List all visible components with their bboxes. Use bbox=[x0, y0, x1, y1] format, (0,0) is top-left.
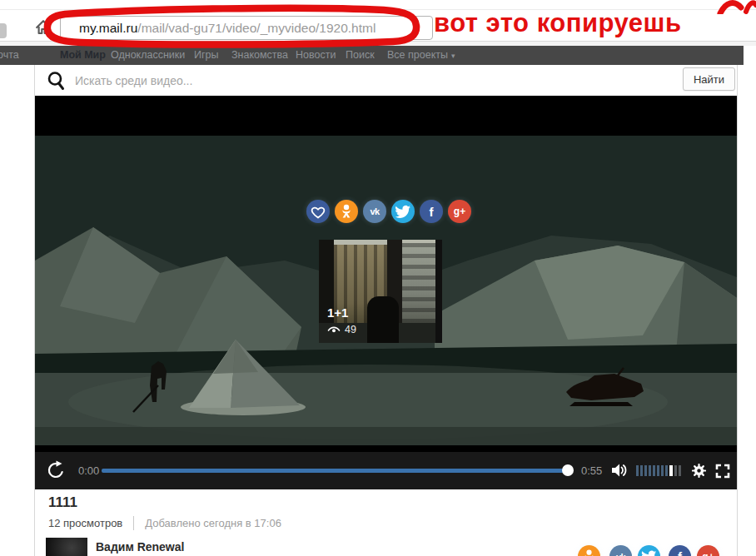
search-input[interactable] bbox=[73, 68, 618, 93]
chrome-edge-fragment bbox=[0, 23, 7, 38]
meta-divider bbox=[133, 516, 134, 530]
preview-title: 1+1 bbox=[327, 305, 348, 320]
nav-item-mail[interactable]: Почта bbox=[0, 46, 19, 65]
address-bar[interactable]: my.mail.ru/mail/vad-gu71/video/_myvideo/… bbox=[60, 16, 433, 40]
home-button[interactable] bbox=[34, 18, 52, 37]
fullscreen-icon bbox=[714, 463, 731, 479]
views-eye-icon bbox=[327, 325, 341, 334]
odnoklassniki-icon[interactable] bbox=[578, 545, 600, 556]
gear-icon bbox=[691, 463, 707, 479]
search-icon bbox=[46, 70, 67, 92]
nav-item-dating[interactable]: Знакомства bbox=[231, 46, 288, 65]
video-letterbox-bottom[interactable] bbox=[35, 445, 737, 452]
nav-item-search[interactable]: Поиск bbox=[346, 46, 375, 65]
nav-item-moi-mir[interactable]: Мой Мир bbox=[60, 46, 106, 65]
views-count: 12 просмотров bbox=[48, 517, 122, 529]
content-column: Найти bbox=[34, 65, 738, 556]
url-path: /mail/vad-gu71/video/_myvideo/1920.html bbox=[137, 21, 376, 35]
twitter-bird-glyph bbox=[391, 200, 415, 223]
nav-item-games[interactable]: Игры bbox=[194, 46, 218, 65]
copy-hint-annotation: вот это копируешь bbox=[434, 8, 681, 38]
mailru-heart-icon[interactable] bbox=[306, 200, 330, 223]
volume-bar[interactable] bbox=[636, 465, 639, 476]
twitter-icon[interactable] bbox=[391, 200, 415, 223]
twitter-bird-glyph bbox=[638, 545, 660, 556]
twitter-icon[interactable] bbox=[638, 545, 660, 556]
video-search-bar: Найти bbox=[35, 65, 737, 96]
odnoklassniki-icon[interactable] bbox=[335, 200, 358, 223]
nav-item-all-projects[interactable]: Все проекты▾ bbox=[387, 46, 455, 65]
thumb-building-right bbox=[402, 243, 435, 328]
browser-chrome: my.mail.ru/mail/vad-gu71/video/_myvideo/… bbox=[0, 0, 756, 46]
vk-icon[interactable]: vk bbox=[609, 545, 632, 556]
volume-bar[interactable] bbox=[640, 465, 643, 476]
added-timestamp: Добавлено сегодня в 17:06 bbox=[145, 517, 281, 529]
video-letterbox-top[interactable] bbox=[35, 96, 737, 136]
url-host: my.mail.ru bbox=[79, 21, 137, 35]
video-title: 1111 bbox=[48, 494, 77, 511]
volume-bar[interactable] bbox=[661, 465, 664, 476]
nav-item-news[interactable]: Новости bbox=[296, 46, 336, 65]
video-frame[interactable]: vk f g+ bbox=[35, 136, 737, 445]
find-button[interactable]: Найти bbox=[683, 67, 735, 91]
share-icons-row: vk f g+ bbox=[306, 200, 471, 223]
thumb-frame bbox=[435, 240, 442, 343]
volume-bar[interactable] bbox=[665, 465, 668, 476]
chevron-down-icon: ▾ bbox=[451, 52, 455, 60]
volume-icon bbox=[611, 462, 629, 479]
vk-icon[interactable]: vk bbox=[363, 200, 386, 223]
volume-bar[interactable] bbox=[679, 465, 681, 476]
volume-bar[interactable] bbox=[674, 465, 677, 476]
google-plus-icon[interactable]: g+ bbox=[448, 200, 471, 223]
volume-bar[interactable] bbox=[644, 465, 647, 476]
video-info-section: 1111 12 просмотров Добавлено сегодня в 1… bbox=[35, 489, 737, 556]
home-icon bbox=[34, 18, 52, 37]
settings-button[interactable] bbox=[691, 463, 707, 482]
ok-glyph bbox=[335, 200, 358, 223]
progress-knob[interactable] bbox=[562, 464, 574, 476]
replay-icon bbox=[46, 460, 66, 480]
red-scribble bbox=[716, 0, 756, 14]
mute-button[interactable] bbox=[611, 462, 629, 482]
volume-bar-active[interactable] bbox=[669, 465, 673, 476]
facebook-icon[interactable]: f bbox=[669, 545, 691, 556]
volume-slider[interactable] bbox=[636, 465, 681, 476]
fullscreen-button[interactable] bbox=[714, 463, 731, 483]
google-plus-icon[interactable]: g+ bbox=[697, 545, 719, 556]
preview-views-count: 49 bbox=[345, 324, 356, 335]
video-preview-thumbnail[interactable]: 1+1 49 bbox=[319, 240, 442, 343]
heart-glyph bbox=[306, 200, 330, 223]
player-controls: 0:00 0:55 bbox=[35, 452, 737, 489]
volume-bar[interactable] bbox=[657, 465, 659, 476]
ok-glyph bbox=[578, 545, 600, 556]
author-avatar[interactable] bbox=[46, 538, 87, 556]
current-time: 0:00 bbox=[78, 452, 99, 489]
nav-item-odnoklassniki[interactable]: Одноклассники bbox=[111, 46, 185, 65]
page: my.mail.ru/mail/vad-gu71/video/_myvideo/… bbox=[0, 0, 756, 556]
volume-bar[interactable] bbox=[649, 465, 651, 476]
author-name[interactable]: Вадим Renewal bbox=[96, 540, 184, 554]
thumb-figure bbox=[367, 296, 399, 343]
replay-button[interactable] bbox=[46, 460, 66, 484]
volume-bar[interactable] bbox=[653, 465, 655, 476]
video-meta: 12 просмотров Добавлено сегодня в 17:06 bbox=[48, 516, 281, 530]
top-navbar: Почта Мой Мир Одноклассники Игры Знакомс… bbox=[0, 46, 744, 65]
preview-views: 49 bbox=[327, 324, 356, 335]
duration: 0:55 bbox=[581, 452, 602, 489]
facebook-icon[interactable]: f bbox=[420, 200, 443, 223]
progress-bar[interactable] bbox=[102, 469, 568, 473]
